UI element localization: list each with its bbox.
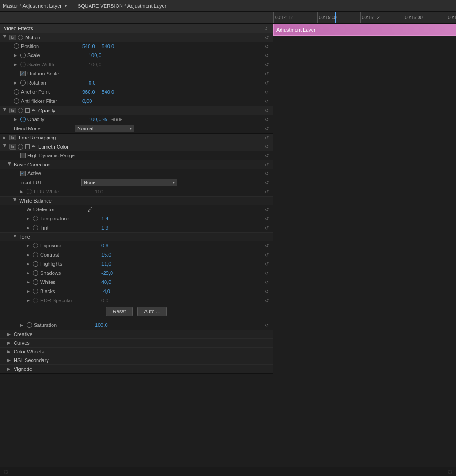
opacity-chevron[interactable]: ▶ (3, 108, 7, 113)
scale-reset[interactable]: ↺ (264, 53, 270, 58)
saturation-value[interactable]: 100,0 (95, 322, 108, 328)
opacity-nav-right[interactable]: ▶ (119, 117, 122, 122)
shadows-chevron[interactable]: ▶ (27, 271, 31, 275)
lumetri-chevron[interactable]: ▶ (3, 144, 7, 149)
hsl-secondary-chevron[interactable]: ▶ (7, 358, 12, 363)
white-balance-header[interactable]: ▶ White Balance (0, 196, 273, 205)
exposure-stopwatch[interactable] (33, 243, 38, 248)
time-remapping-chevron[interactable]: ▶ (3, 135, 7, 140)
motion-chevron[interactable]: ▶ (3, 35, 7, 40)
reset-button[interactable]: Reset (106, 307, 133, 316)
highlights-value[interactable]: 11,0 (101, 261, 111, 267)
hdr-specular-stopwatch[interactable] (33, 298, 38, 303)
uniform-scale-checkbox[interactable] (20, 71, 26, 76)
whites-value[interactable]: 40,0 (101, 279, 111, 285)
curves-header[interactable]: ▶ Curves (0, 338, 273, 347)
saturation-stopwatch[interactable] (27, 322, 32, 328)
lumetri-header[interactable]: ▶ fx ✒ Lumetri Color ↺ (0, 142, 273, 151)
blacks-chevron[interactable]: ▶ (27, 289, 31, 294)
scale-width-chevron[interactable]: ▶ (14, 62, 18, 67)
exposure-reset[interactable]: ↺ (264, 243, 270, 248)
blacks-stopwatch[interactable] (33, 289, 38, 294)
opacity-fx-badge[interactable]: fx (9, 108, 16, 113)
active-reset[interactable]: ↺ (264, 171, 270, 176)
contrast-value[interactable]: 15,0 (101, 252, 111, 257)
lumetri-fx-badge[interactable]: fx (9, 144, 16, 150)
auto-button[interactable]: Auto ... (137, 307, 167, 316)
hdr-white-chevron[interactable]: ▶ (20, 189, 25, 194)
time-remapping-fx-badge[interactable]: fx (9, 135, 16, 140)
bottom-circle-right[interactable] (448, 470, 452, 474)
saturation-reset[interactable]: ↺ (264, 323, 270, 328)
whites-reset[interactable]: ↺ (264, 280, 270, 285)
scale-value[interactable]: 100,0 (89, 53, 101, 58)
rotation-chevron[interactable]: ▶ (14, 80, 18, 85)
tone-header[interactable]: ▶ Tone (0, 232, 273, 241)
position-reset[interactable]: ↺ (264, 44, 270, 49)
temperature-stopwatch[interactable] (33, 216, 38, 221)
saturation-chevron[interactable]: ▶ (20, 323, 25, 327)
video-effects-reset[interactable]: ↺ (263, 26, 269, 31)
contrast-chevron[interactable]: ▶ (27, 252, 31, 257)
blacks-value[interactable]: -4,0 (101, 289, 110, 294)
motion-header[interactable]: ▶ fx Motion ↺ (0, 33, 273, 42)
rotation-reset[interactable]: ↺ (264, 80, 270, 86)
contrast-stopwatch[interactable] (33, 252, 38, 257)
hsl-secondary-header[interactable]: ▶ HSL Secondary (0, 356, 273, 364)
scale-width-reset[interactable]: ↺ (264, 62, 270, 67)
anti-flicker-reset[interactable]: ↺ (264, 99, 270, 104)
anti-flicker-value[interactable]: 0,00 (82, 98, 92, 104)
vignette-header[interactable]: ▶ Vignette (0, 364, 273, 373)
motion-reset[interactable]: ↺ (264, 35, 270, 40)
motion-fx-badge[interactable]: fx (9, 35, 16, 40)
scale-chevron[interactable]: ▶ (14, 53, 18, 58)
time-remapping-header[interactable]: ▶ fx Time Remapping ↺ (0, 134, 273, 142)
blacks-reset[interactable]: ↺ (264, 289, 270, 294)
highlights-stopwatch[interactable] (33, 261, 38, 267)
shadows-reset[interactable]: ↺ (264, 271, 270, 276)
hdr-checkbox[interactable] (20, 153, 26, 158)
creative-chevron[interactable]: ▶ (7, 332, 12, 337)
creative-header[interactable]: ▶ Creative (0, 330, 273, 338)
input-lut-select[interactable]: None (81, 179, 177, 186)
blend-mode-reset[interactable]: ↺ (264, 126, 270, 131)
position-stopwatch[interactable] (14, 43, 19, 49)
timeline-track-area[interactable]: Adjustment Layer (273, 24, 456, 467)
rotation-value[interactable]: 0,0 (89, 80, 95, 86)
basic-correction-chevron[interactable]: ▶ (7, 162, 12, 167)
basic-correction-header[interactable]: ▶ Basic Correction ↺ (0, 160, 273, 169)
curves-chevron[interactable]: ▶ (7, 341, 12, 345)
rotation-stopwatch[interactable] (20, 80, 26, 86)
hdr-specular-reset[interactable]: ↺ (264, 298, 270, 303)
opacity-val-chevron[interactable]: ▶ (14, 117, 18, 122)
anti-flicker-stopwatch[interactable] (14, 98, 19, 104)
tint-value[interactable]: 1,9 (101, 225, 108, 230)
whites-stopwatch[interactable] (33, 279, 38, 285)
scale-stopwatch[interactable] (20, 53, 26, 58)
exposure-value[interactable]: 0,6 (101, 243, 108, 248)
timeline-ruler[interactable]: 00:14:12 00:15:00 00:15:12 00:16:00 00:1… (273, 12, 456, 23)
tint-chevron[interactable]: ▶ (27, 225, 31, 230)
active-checkbox[interactable] (20, 171, 26, 176)
highlights-chevron[interactable]: ▶ (27, 262, 31, 266)
tone-chevron[interactable]: ▶ (13, 235, 17, 239)
wb-selector-reset[interactable]: ↺ (264, 207, 270, 212)
opacity-header[interactable]: ▶ fx ✒ Opacity ↺ (0, 106, 273, 115)
opacity-reset[interactable]: ↺ (264, 108, 270, 113)
hdr-white-reset[interactable]: ↺ (264, 189, 270, 194)
hdr-reset[interactable]: ↺ (264, 153, 270, 158)
temperature-value[interactable]: 1,4 (101, 216, 108, 221)
uniform-scale-reset[interactable]: ↺ (264, 71, 270, 76)
time-remapping-reset[interactable]: ↺ (264, 135, 270, 140)
opacity-val-reset[interactable]: ↺ (264, 117, 270, 122)
contrast-reset[interactable]: ↺ (264, 252, 270, 257)
exposure-chevron[interactable]: ▶ (27, 243, 31, 248)
input-lut-reset[interactable]: ↺ (264, 180, 270, 185)
anchor-reset[interactable]: ↺ (264, 90, 270, 95)
scale-width-stopwatch[interactable] (20, 62, 26, 67)
shadows-stopwatch[interactable] (33, 270, 38, 276)
highlights-reset[interactable]: ↺ (264, 262, 270, 267)
bottom-circle-left[interactable] (4, 470, 8, 474)
anchor-y[interactable]: 540,0 (102, 89, 115, 95)
temperature-chevron[interactable]: ▶ (27, 216, 31, 221)
